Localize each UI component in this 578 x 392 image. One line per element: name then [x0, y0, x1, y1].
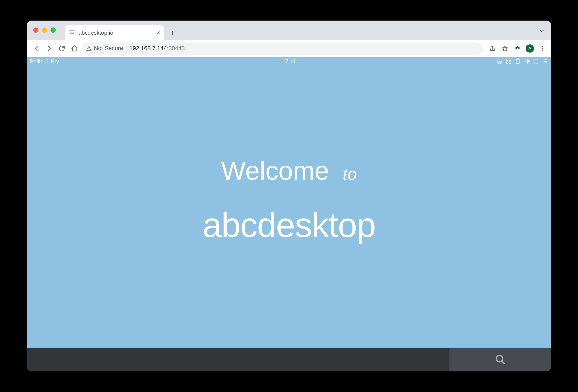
apps-icon[interactable]: [505, 58, 512, 65]
search-icon: [495, 354, 506, 365]
address-bar[interactable]: Not Secure 192.168.7.144:30443: [82, 42, 483, 55]
window-controls: [33, 28, 56, 33]
welcome-word: Welcome: [221, 156, 329, 185]
svg-point-0: [542, 46, 543, 47]
tab-strip: abc abcdesktop.io × +: [27, 21, 551, 40]
tab-title: abcdesktop.io: [79, 30, 153, 36]
home-button[interactable]: [69, 43, 80, 54]
desktop-dock: [27, 348, 551, 371]
minimize-window-button[interactable]: [42, 28, 47, 33]
desktop-username[interactable]: Philip J. Fry: [30, 58, 59, 65]
desktop-clock: 17:14: [283, 58, 295, 64]
fullscreen-icon[interactable]: [533, 58, 539, 65]
not-secure-label: Not Secure: [94, 45, 123, 52]
dock-search-button[interactable]: [449, 348, 551, 371]
url-port: :30443: [167, 45, 185, 51]
welcome-splash: Welcome to abcdesktop: [27, 156, 551, 245]
close-window-button[interactable]: [33, 28, 38, 33]
svg-point-2: [542, 50, 543, 51]
extensions-button[interactable]: [513, 44, 522, 53]
svg-rect-5: [506, 62, 508, 63]
avatar-initial: A: [528, 46, 531, 51]
toolbar-right: A: [488, 44, 547, 53]
svg-point-1: [542, 48, 543, 49]
svg-rect-4: [509, 59, 511, 61]
svg-rect-3: [506, 59, 508, 61]
menu-button[interactable]: [538, 44, 547, 53]
favicon-icon: abc: [69, 30, 75, 35]
svg-rect-7: [516, 59, 519, 64]
browser-toolbar: Not Secure 192.168.7.144:30443 A: [27, 40, 551, 57]
desktop-tray: [496, 58, 548, 65]
welcome-line-1: Welcome to: [27, 156, 551, 186]
security-indicator[interactable]: Not Secure: [86, 45, 123, 52]
bookmark-button[interactable]: [501, 44, 509, 53]
url-host: 192.168.7.144: [129, 45, 167, 51]
back-button[interactable]: [31, 43, 42, 54]
profile-avatar[interactable]: A: [526, 44, 534, 53]
share-button[interactable]: [488, 44, 497, 53]
desktop-top-bar: Philip J. Fry 17:14: [27, 57, 551, 66]
svg-rect-6: [509, 62, 511, 63]
welcome-to: to: [343, 164, 357, 183]
virtual-desktop[interactable]: Philip J. Fry 17:14: [27, 57, 551, 348]
print-icon[interactable]: [496, 58, 503, 65]
list-menu-icon[interactable]: [542, 58, 548, 65]
maximize-window-button[interactable]: [50, 28, 56, 33]
url-text: 192.168.7.144:30443: [129, 45, 185, 52]
welcome-appname: abcdesktop: [27, 205, 551, 245]
new-tab-button[interactable]: +: [166, 27, 179, 39]
clipboard-icon[interactable]: [515, 58, 521, 65]
reload-button[interactable]: [57, 43, 67, 54]
page-content: Philip J. Fry 17:14: [27, 57, 551, 371]
forward-button[interactable]: [44, 43, 54, 54]
browser-window: abc abcdesktop.io × + Not Secure: [27, 21, 551, 371]
tab-close-button[interactable]: ×: [156, 29, 160, 36]
volume-mute-icon[interactable]: [524, 58, 530, 65]
omnibox-divider: [126, 45, 126, 52]
browser-tab[interactable]: abc abcdesktop.io ×: [65, 25, 164, 40]
tab-overflow-button[interactable]: [539, 28, 545, 35]
